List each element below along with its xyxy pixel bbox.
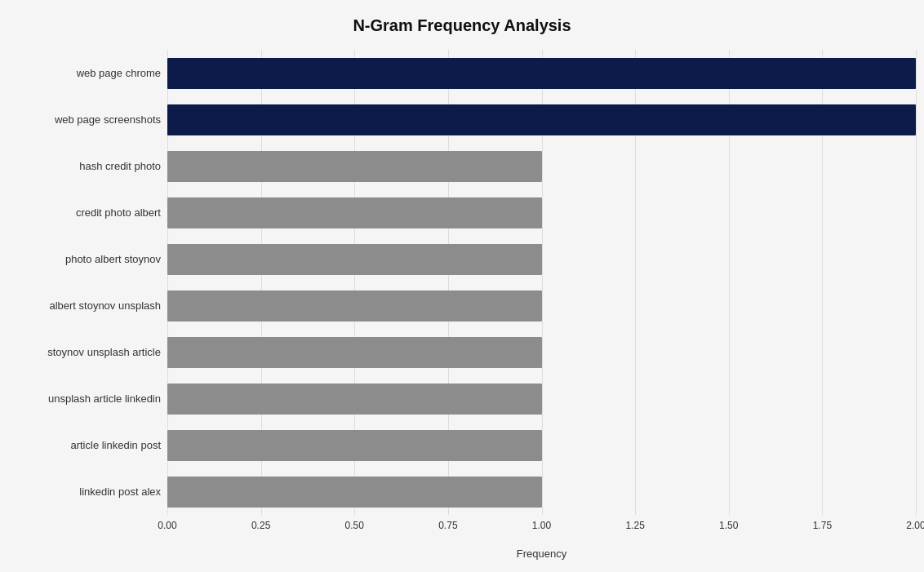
x-tick-label-6: 1.50	[719, 520, 738, 531]
bar-8	[167, 430, 542, 461]
bar-row-5	[167, 287, 916, 324]
x-tick-label-4: 1.00	[532, 520, 551, 531]
bar-row-6	[167, 334, 916, 370]
x-axis-section: 0.000.250.500.751.001.251.501.752.00	[8, 520, 916, 544]
y-label-5: albert stoynov unsplash	[8, 282, 161, 329]
x-tick-label-2: 0.50	[345, 520, 364, 531]
y-label-9: linkedin post alex	[8, 468, 161, 515]
y-label-4: photo albert stoynov	[8, 236, 161, 282]
y-label-3: credit photo albert	[8, 189, 161, 236]
y-label-0: web page chrome	[8, 50, 161, 96]
chart-area: web page chromeweb page screenshotshash …	[8, 50, 916, 491]
bar-7	[167, 384, 542, 415]
y-label-2: hash credit photo	[8, 143, 161, 189]
bar-5	[167, 290, 542, 321]
x-tick-label-1: 0.25	[251, 520, 270, 531]
x-tick-label-0: 0.00	[158, 520, 176, 531]
bar-row-9	[167, 473, 916, 510]
y-label-7: unsplash article linkedin	[8, 375, 161, 422]
bar-row-3	[167, 194, 916, 231]
x-tick-label-7: 1.75	[813, 520, 832, 531]
bars-section: web page chromeweb page screenshotshash …	[8, 50, 916, 515]
bar-4	[167, 244, 542, 275]
bar-row-0	[167, 55, 916, 91]
bar-row-1	[167, 101, 916, 138]
y-labels: web page chromeweb page screenshotshash …	[8, 50, 167, 515]
x-tick-label-3: 0.75	[438, 520, 457, 531]
x-tick-label-5: 1.25	[625, 520, 644, 531]
x-axis-title-row: Frequency	[8, 544, 916, 560]
bar-9	[167, 477, 542, 508]
bar-1	[167, 104, 916, 135]
bar-3	[167, 197, 542, 228]
x-axis-title: Frequency	[167, 548, 916, 560]
plot-area	[167, 50, 916, 515]
grid-line	[916, 50, 917, 515]
bar-2	[167, 151, 542, 182]
x-axis-labels: 0.000.250.500.751.001.251.501.752.00	[167, 520, 916, 544]
y-label-1: web page screenshots	[8, 96, 161, 143]
chart-container: N-Gram Frequency Analysis web page chrom…	[0, 0, 924, 572]
bar-row-4	[167, 241, 916, 277]
y-label-8: article linkedin post	[8, 422, 161, 468]
bar-row-7	[167, 380, 916, 417]
bar-6	[167, 337, 542, 368]
bar-row-2	[167, 148, 916, 184]
chart-title: N-Gram Frequency Analysis	[8, 16, 916, 35]
y-label-6: stoynov unsplash article	[8, 329, 161, 375]
bar-0	[167, 58, 916, 89]
bar-row-8	[167, 427, 916, 463]
x-tick-label-8: 2.00	[906, 520, 924, 531]
